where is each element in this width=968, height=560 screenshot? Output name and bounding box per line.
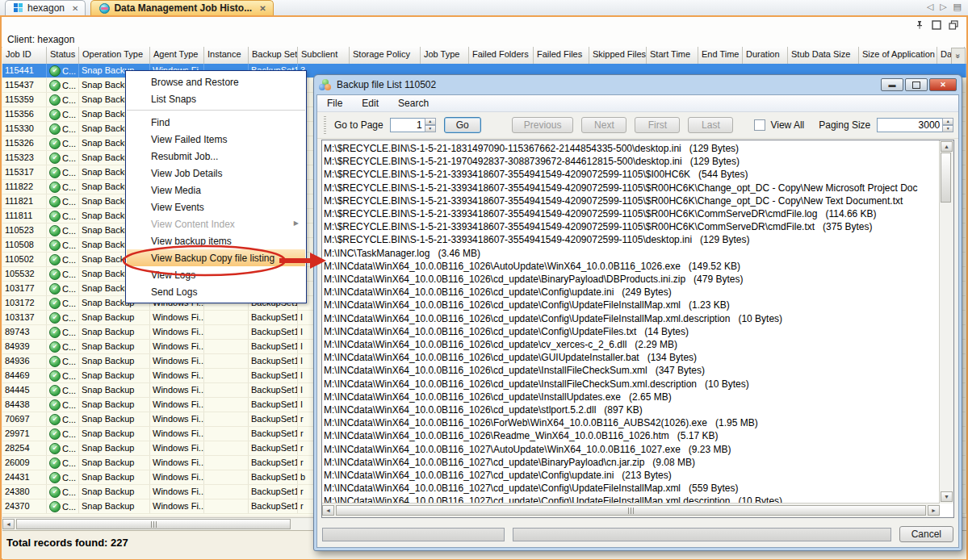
column-header[interactable]: Operation Type <box>79 47 150 64</box>
go-button[interactable]: Go <box>444 117 481 133</box>
column-header[interactable]: Job ID <box>2 47 47 64</box>
pagination-button[interactable]: Next <box>581 117 626 133</box>
dialog-title-bar[interactable]: Backup file List 110502 ▬ ✕ <box>314 75 962 94</box>
scroll-left-icon[interactable]: ◄ <box>2 519 15 529</box>
scroll-up-icon[interactable]: ▲ <box>941 141 953 152</box>
menu-item[interactable]: Find <box>127 114 305 131</box>
tab-data-management-job-history[interactable]: Data Management Job Histo... ✕ <box>90 0 273 15</box>
scroll-down-icon[interactable]: ▼ <box>941 491 953 502</box>
file-path-row[interactable]: M:\INCdata\WinX64_10.0.0B116_1026\cd_upd… <box>324 338 937 351</box>
paging-size-input[interactable] <box>877 118 942 132</box>
restore-icon[interactable] <box>949 20 958 30</box>
menu-item[interactable]: List Snaps <box>127 90 305 111</box>
menu-item[interactable]: View Events <box>127 199 305 215</box>
column-header[interactable]: Backup Set <box>249 47 298 64</box>
file-path-row[interactable]: M:\INCdata\WinX64_10.0.0B116_1026\cd_upd… <box>324 378 937 391</box>
column-header[interactable]: Subclient <box>298 47 350 64</box>
file-path-row[interactable]: M:\$RECYCLE.BIN\S-1-5-21-3393418607-3554… <box>324 220 937 233</box>
scroll-left-icon[interactable]: ◄ <box>322 505 334 516</box>
menu-item[interactable]: View Media <box>127 182 305 199</box>
file-path-row[interactable]: M:\INC\TaskManager.log (3.46 MB) <box>324 247 937 260</box>
column-header[interactable]: Stub Data Size <box>788 47 859 64</box>
menu-item[interactable]: View Job Details <box>127 165 305 182</box>
close-icon[interactable]: ✕ <box>72 4 78 13</box>
file-path-row[interactable]: M:\INCdata\WinX64_10.0.0B116_1027\cd_upd… <box>324 482 937 495</box>
column-header[interactable]: End Time <box>698 47 743 64</box>
file-path-row[interactable]: M:\INCdata\WinX64_10.0.0B116_1027\cd_upd… <box>324 495 937 503</box>
maximize-icon[interactable] <box>932 20 941 30</box>
cancel-button[interactable]: Cancel <box>899 526 953 542</box>
maximize-button[interactable] <box>905 78 928 91</box>
file-path-row[interactable]: M:\$RECYCLE.BIN\S-1-5-21-3393418607-3554… <box>324 168 937 181</box>
minimize-button[interactable]: ▬ <box>881 78 903 91</box>
paging-size-stepper[interactable]: ▲▼ <box>877 118 953 132</box>
nav-left-icon[interactable]: ◁ <box>927 2 933 12</box>
file-path-row[interactable]: M:\INCdata\WinX64_10.0.0B116_1026\cd_upd… <box>324 391 937 403</box>
status-completed-icon: ✔ <box>49 356 61 367</box>
column-header[interactable]: Instance <box>204 47 249 64</box>
file-path-row[interactable]: M:\$RECYCLE.BIN\S-1-5-21-3393418607-3554… <box>324 207 937 220</box>
file-path-row[interactable]: M:\$RECYCLE.BIN\S-1-5-21-1831497090-1153… <box>324 142 937 155</box>
file-path-row[interactable]: M:\INCdata\WinX64_10.0.0B116_1027\AutoUp… <box>324 443 937 456</box>
pagination-button[interactable]: Previous <box>512 117 574 133</box>
menu-item[interactable]: View Logs <box>127 266 305 283</box>
view-all-checkbox[interactable] <box>754 119 765 131</box>
column-chooser-icon[interactable]: » <box>951 48 966 65</box>
file-path-row[interactable]: M:\INCdata\WinX64_10.0.0B116_1026\cd_upd… <box>324 403 937 416</box>
menu-item[interactable]: View backup items <box>127 232 305 249</box>
file-path-row[interactable]: M:\INCdata\WinX64_10.0.0B116_1027\cd_upd… <box>324 456 937 469</box>
column-header[interactable]: Skipped Files <box>589 47 647 64</box>
column-header[interactable]: Failed Files <box>534 47 589 64</box>
file-path-row[interactable]: M:\INCdata\WinX64_10.0.0B116_1027\cd_upd… <box>324 469 937 482</box>
column-header[interactable]: Size of Application <box>859 47 937 64</box>
column-header[interactable]: Storage Policy <box>350 47 421 64</box>
column-header[interactable]: Duration <box>743 47 788 64</box>
close-icon[interactable]: ✕ <box>259 4 266 13</box>
horizontal-scrollbar[interactable]: ◄ ► <box>322 503 940 517</box>
menu-item[interactable]: Browse and Restore <box>127 73 305 90</box>
file-path-row[interactable]: M:\INCdata\WinX64_10.0.0B116_1026\cd_upd… <box>324 299 937 311</box>
vertical-scrollbar[interactable]: ▲ ▼ <box>939 140 953 504</box>
pagination-button[interactable]: Last <box>688 117 733 133</box>
file-path-row[interactable]: M:\INCdata\WinX64_10.0.0B116_1026\cd_upd… <box>324 351 937 364</box>
spin-down-icon[interactable]: ▼ <box>425 125 436 132</box>
spin-up-icon[interactable]: ▲ <box>942 118 953 125</box>
file-path-row[interactable]: M:\INCdata\WinX64_10.0.0B116_1026\cd_upd… <box>324 364 937 377</box>
menu-item[interactable]: View Failed Items <box>127 131 305 148</box>
column-header[interactable]: Failed Folders <box>469 47 534 64</box>
page-number-stepper[interactable]: ▲▼ <box>390 118 436 132</box>
file-path-row[interactable]: M:\$RECYCLE.BIN\S-1-5-21-1970492837-3088… <box>324 155 937 168</box>
column-header[interactable]: Status <box>47 47 79 64</box>
file-path-row[interactable]: M:\$RECYCLE.BIN\S-1-5-21-3393418607-3554… <box>324 182 937 194</box>
file-path-row[interactable]: M:\$RECYCLE.BIN\S-1-5-21-3393418607-3554… <box>324 233 937 246</box>
menu-item[interactable]: View Backup Copy file listing <box>127 249 305 266</box>
tab-hexagon[interactable]: hexagon ✕ <box>5 0 86 15</box>
file-path-row[interactable]: M:\$RECYCLE.BIN\S-1-5-21-3393418607-3554… <box>324 194 937 207</box>
file-path-row[interactable]: M:\INCdata\WinX64_10.0.0B116_1026\cd_upd… <box>324 325 937 338</box>
close-button[interactable]: ✕ <box>929 78 957 91</box>
spin-up-icon[interactable]: ▲ <box>425 118 436 125</box>
menu-file[interactable]: File <box>327 98 342 109</box>
file-path-row[interactable]: M:\INCdata\WinX64_10.0.0B116_1026\Readme… <box>324 429 937 442</box>
menu-edit[interactable]: Edit <box>362 98 379 109</box>
spin-down-icon[interactable]: ▼ <box>942 125 953 132</box>
nav-right-icon[interactable]: ▷ <box>940 2 946 12</box>
menu-item[interactable]: Resubmit Job... <box>127 148 305 165</box>
page-number-input[interactable] <box>390 118 425 132</box>
tab-bar: hexagon ✕ Data Management Job Histo... ✕… <box>0 0 968 16</box>
column-header[interactable]: Agent Type <box>150 47 204 64</box>
tab-list-icon[interactable]: ▤ <box>953 2 962 12</box>
file-path-row[interactable]: M:\INCdata\WinX64_10.0.0B116_1026\cd_upd… <box>324 312 937 325</box>
file-path-row[interactable]: M:\INCdata\WinX64_10.0.0B116_1026\cd_upd… <box>324 273 937 286</box>
menu-search[interactable]: Search <box>398 98 429 109</box>
column-header[interactable]: Start Time <box>647 47 698 64</box>
file-path-row[interactable]: M:\INCdata\WinX64_10.0.0B116_1026\AutoUp… <box>324 260 937 273</box>
column-header[interactable]: Job Type <box>421 47 469 64</box>
menu-item[interactable]: Send Logs <box>127 283 305 300</box>
pin-icon[interactable] <box>915 20 924 30</box>
menu-item[interactable]: View Content Index ▶ <box>127 215 305 232</box>
file-path-row[interactable]: M:\INCdata\WinX64_10.0.0B116_1026\ForWeb… <box>324 416 937 429</box>
scroll-right-icon[interactable]: ► <box>928 505 940 516</box>
pagination-button[interactable]: First <box>635 117 680 133</box>
file-path-row[interactable]: M:\INCdata\WinX64_10.0.0B116_1026\cd_upd… <box>324 286 937 299</box>
